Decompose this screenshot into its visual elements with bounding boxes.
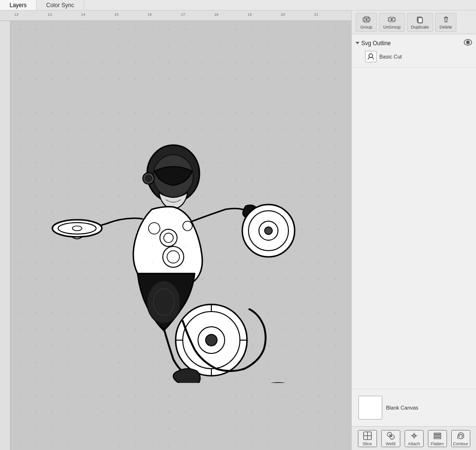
right-panel: Group UnGroup Duplicate — [351, 10, 476, 450]
tab-layers-label: Layers — [10, 2, 27, 9]
tab-color-sync[interactable]: Color Sync — [37, 0, 84, 10]
weld-button[interactable]: Weld — [381, 430, 400, 447]
blank-canvas-item[interactable]: Blank Canvas — [357, 394, 471, 421]
svg-outline-title: Svg Outline — [361, 40, 462, 47]
slice-button-label: Slice — [363, 441, 372, 446]
svg-outline-header[interactable]: Svg Outline — [356, 37, 472, 49]
ruler-mark-19: 19 — [248, 12, 252, 17]
attach-button-label: Attach — [408, 441, 420, 446]
canvas-area[interactable]: 12 13 14 15 16 17 18 19 20 21 — [0, 10, 351, 450]
ungroup-button[interactable]: UnGroup — [379, 13, 405, 32]
panel-toolbar: Group UnGroup Duplicate — [352, 10, 476, 34]
contour-button-label: Contour — [453, 441, 468, 446]
chevron-down-icon — [356, 42, 359, 44]
ruler-mark-15: 15 — [114, 12, 119, 17]
svg-point-21 — [206, 334, 217, 346]
basic-cut-thumb — [365, 51, 377, 62]
svg-rect-34 — [388, 18, 391, 21]
svg-rect-50 — [434, 435, 441, 437]
ruler-mark-16: 16 — [148, 12, 152, 17]
attach-button[interactable]: Attach — [405, 430, 424, 447]
blank-canvas-thumb — [358, 396, 382, 420]
ruler-mark-13: 13 — [48, 12, 52, 17]
flatten-button-label: Flatten — [431, 441, 444, 446]
svg-rect-49 — [434, 433, 441, 434]
delete-button-label: Delete — [440, 25, 452, 29]
blank-canvas-section: Blank Canvas — [352, 389, 476, 426]
svg-rect-31 — [363, 18, 366, 21]
ruler-top: 12 13 14 15 16 17 18 19 20 21 — [0, 10, 351, 21]
svg-rect-36 — [390, 16, 394, 22]
ruler-mark-21: 21 — [314, 12, 318, 17]
svg-point-15 — [265, 227, 272, 235]
flatten-button[interactable]: Flatten — [428, 430, 447, 447]
ruler-mark-18: 18 — [214, 12, 218, 17]
svg-illustration — [26, 88, 302, 383]
weld-button-label: Weld — [386, 441, 395, 446]
svg-rect-51 — [434, 437, 441, 439]
illustration-container — [26, 88, 302, 383]
ruler-mark-17: 17 — [181, 12, 185, 17]
ruler-mark-12: 12 — [14, 12, 19, 17]
ungroup-button-label: UnGroup — [383, 25, 401, 29]
svg-point-3 — [145, 175, 152, 182]
basic-cut-label: Basic Cut — [379, 54, 402, 59]
panel-spacer — [352, 68, 476, 389]
tab-color-sync-label: Color Sync — [46, 2, 74, 9]
blank-canvas-label: Blank Canvas — [386, 405, 418, 411]
svg-point-16 — [147, 281, 180, 323]
bottom-toolbar: Slice Weld Attach — [352, 426, 476, 450]
ruler-left — [0, 21, 10, 450]
svg-rect-38 — [418, 18, 423, 23]
tab-layers[interactable]: Layers — [0, 0, 37, 10]
group-button[interactable]: Group — [356, 13, 377, 32]
delete-button[interactable]: Delete — [435, 13, 456, 32]
ruler-mark-20: 20 — [281, 12, 285, 17]
duplicate-button[interactable]: Duplicate — [407, 13, 434, 32]
svg-rect-33 — [364, 16, 368, 22]
basic-cut-layer[interactable]: Basic Cut — [356, 49, 472, 64]
canvas-content[interactable] — [10, 21, 351, 450]
slice-button[interactable]: Slice — [358, 430, 377, 447]
duplicate-button-label: Duplicate — [411, 25, 429, 29]
eye-icon[interactable] — [464, 39, 472, 47]
contour-button[interactable]: Contour — [451, 430, 470, 447]
group-button-label: Group — [360, 25, 372, 29]
svg-point-42 — [369, 54, 373, 58]
ruler-mark-14: 14 — [81, 12, 85, 17]
layers-section: Svg Outline Basic Cut — [352, 34, 476, 68]
top-tabs-bar: Layers Color Sync — [0, 0, 476, 10]
main-layout: 12 13 14 15 16 17 18 19 20 21 — [0, 10, 476, 450]
svg-point-41 — [466, 41, 469, 44]
